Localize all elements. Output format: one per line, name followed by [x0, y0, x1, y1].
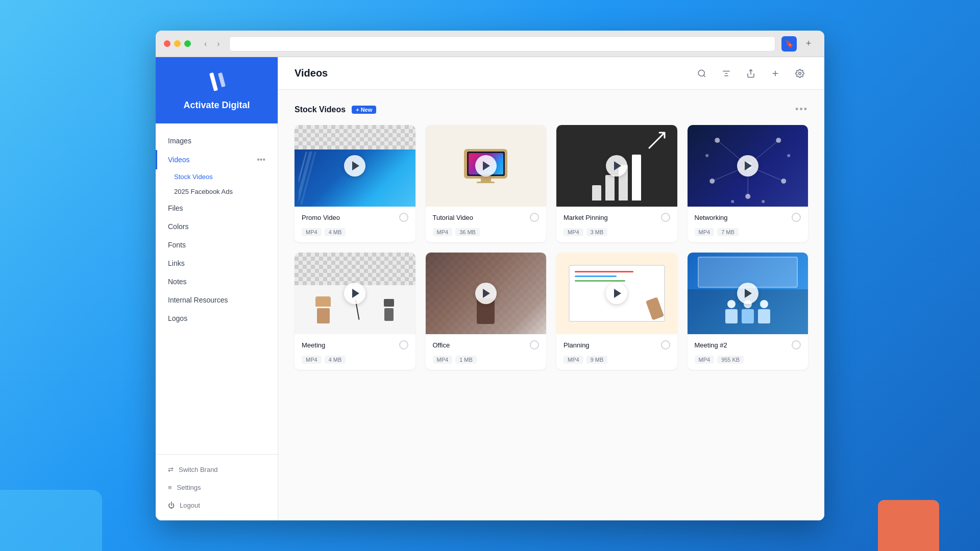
sidebar-item-links[interactable]: Links	[156, 254, 278, 272]
section-more-menu[interactable]: •••	[795, 104, 808, 115]
maximize-button[interactable]	[184, 40, 191, 47]
networking-select[interactable]	[792, 213, 801, 222]
minimize-button[interactable]	[174, 40, 181, 47]
video-card-office[interactable]: Office MP4 1 MB	[426, 253, 547, 370]
sidebar-item-stock-videos[interactable]: Stock Videos	[156, 169, 278, 184]
svg-point-18	[709, 179, 715, 184]
search-button[interactable]	[694, 65, 710, 82]
video-card-tutorial[interactable]: Tutorial Video MP4 36 MB	[426, 125, 547, 242]
market-select[interactable]	[661, 213, 670, 222]
sidebar-item-videos[interactable]: Videos •••	[156, 150, 278, 169]
filter-button[interactable]	[718, 65, 734, 82]
meeting2-info: Meeting #2	[688, 334, 808, 356]
fonts-label: Fonts	[168, 241, 186, 249]
video-card-meeting2[interactable]: Meeting #2 MP4 955 KB	[688, 253, 808, 370]
video-card-planning[interactable]: Planning MP4 9 MB	[556, 253, 677, 370]
forward-button[interactable]: ›	[214, 38, 223, 49]
address-bar[interactable]	[229, 36, 775, 52]
brand-name: Activate Digital	[183, 100, 250, 111]
video-card-market[interactable]: Market Pinning MP4 3 MB	[556, 125, 677, 242]
tutorial-select[interactable]	[530, 213, 539, 222]
sidebar-item-logos[interactable]: Logos	[156, 309, 278, 328]
sidebar-item-facebook-ads[interactable]: 2025 Facebook Ads	[156, 184, 278, 199]
play-button-meeting[interactable]	[344, 283, 365, 304]
svg-point-2	[698, 70, 704, 76]
sidebar-item-internal-resources[interactable]: Internal Resources	[156, 291, 278, 309]
sidebar-brand: Activate Digital	[156, 57, 278, 123]
office-format: MP4	[433, 356, 453, 364]
sidebar-nav: Images Videos ••• Stock Videos 2025 Face…	[156, 123, 278, 454]
share-button[interactable]	[743, 65, 759, 82]
video-card-meeting[interactable]: Meeting MP4 4 MB	[295, 253, 415, 370]
browser-titlebar: ‹ › 🔖 +	[156, 31, 824, 57]
colors-label: Colors	[168, 222, 188, 231]
video-card-promo[interactable]: Promo Video MP4 4 MB	[295, 125, 415, 242]
play-button-market[interactable]	[606, 155, 627, 177]
svg-point-17	[776, 138, 781, 143]
svg-point-9	[799, 72, 801, 74]
play-button-planning[interactable]	[606, 283, 627, 304]
content-area: Stock Videos + New •••	[278, 90, 824, 520]
sidebar-item-fonts[interactable]: Fonts	[156, 236, 278, 254]
videos-label: Videos	[168, 156, 190, 164]
meeting2-select[interactable]	[792, 340, 801, 349]
gear-button[interactable]	[792, 65, 808, 82]
add-button[interactable]	[767, 65, 783, 82]
networking-meta: MP4 7 MB	[688, 228, 808, 242]
links-label: Links	[168, 259, 185, 267]
svg-point-24	[762, 200, 765, 203]
svg-point-20	[745, 194, 750, 199]
play-button-meeting2[interactable]	[737, 283, 758, 304]
play-button-tutorial[interactable]	[475, 155, 497, 177]
meeting-format: MP4	[302, 356, 322, 364]
stock-videos-label: Stock Videos	[174, 173, 213, 181]
new-badge[interactable]: + New	[352, 106, 376, 114]
images-label: Images	[168, 137, 191, 145]
promo-info: Promo Video	[295, 207, 415, 228]
sidebar-item-notes[interactable]: Notes	[156, 272, 278, 291]
planning-select[interactable]	[661, 340, 670, 349]
meeting-thumbnail	[295, 253, 415, 334]
meeting2-format: MP4	[695, 356, 715, 364]
back-button[interactable]: ‹	[201, 38, 210, 49]
play-button-networking[interactable]	[737, 155, 758, 177]
main-content: Videos	[278, 57, 824, 520]
sidebar-item-files[interactable]: Files	[156, 199, 278, 217]
promo-select[interactable]	[399, 213, 408, 222]
meeting-size: 4 MB	[325, 356, 346, 364]
app-container: Activate Digital Images Videos ••• Stock…	[156, 57, 824, 520]
logos-label: Logos	[168, 314, 187, 322]
market-format: MP4	[564, 228, 583, 236]
logout-button[interactable]: ⏻ Logout	[156, 496, 278, 514]
meeting2-thumbnail	[688, 253, 808, 334]
promo-format: MP4	[302, 228, 322, 236]
switch-brand-button[interactable]: ⇄ Switch Brand	[156, 461, 278, 479]
office-size: 1 MB	[455, 356, 477, 364]
traffic-lights	[164, 40, 191, 47]
planning-meta: MP4 9 MB	[556, 356, 677, 370]
meeting-name: Meeting	[302, 341, 325, 349]
networking-info: Networking	[688, 207, 808, 228]
page-title: Videos	[295, 67, 328, 79]
meeting-select[interactable]	[399, 340, 408, 349]
networking-name: Networking	[695, 214, 728, 221]
extension-icon[interactable]: 🔖	[781, 36, 797, 52]
video-card-networking[interactable]: Networking MP4 7 MB	[688, 125, 808, 242]
planning-size: 9 MB	[586, 356, 608, 364]
video-grid: Promo Video MP4 4 MB	[295, 125, 808, 370]
play-button-office[interactable]	[475, 283, 497, 304]
promo-name: Promo Video	[302, 214, 340, 221]
svg-point-16	[715, 138, 720, 143]
new-tab-button[interactable]: +	[801, 36, 816, 52]
svg-point-23	[731, 200, 734, 203]
play-button-promo[interactable]	[344, 155, 365, 177]
sidebar-item-colors[interactable]: Colors	[156, 217, 278, 236]
office-select[interactable]	[530, 340, 539, 349]
planning-format: MP4	[564, 356, 583, 364]
browser-window: ‹ › 🔖 + Activate Digital	[156, 31, 824, 520]
videos-more-icon[interactable]: •••	[257, 155, 265, 164]
settings-button[interactable]: ≡ Settings	[156, 479, 278, 496]
page-header: Videos	[278, 57, 824, 90]
close-button[interactable]	[164, 40, 170, 47]
sidebar-item-images[interactable]: Images	[156, 132, 278, 150]
